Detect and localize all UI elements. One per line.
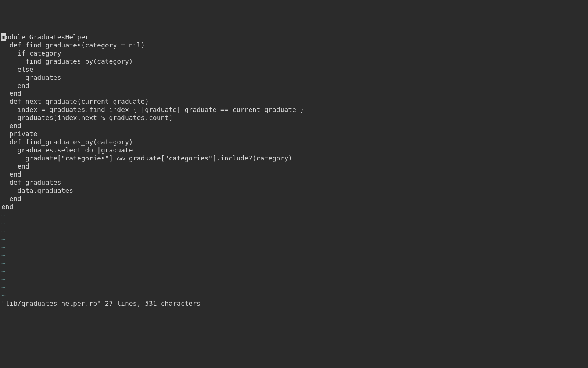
code-line: end bbox=[1, 122, 587, 130]
code-line: data.graduates bbox=[1, 187, 587, 195]
code-line: graduates.select do |graduate| bbox=[1, 146, 587, 154]
code-line: index = graduates.find_index { |graduate… bbox=[1, 106, 587, 114]
code-line: def find_graduates_by(category) bbox=[1, 138, 587, 146]
code-line: find_graduates_by(category) bbox=[1, 57, 587, 66]
code-line: private bbox=[1, 130, 587, 138]
code-line: end bbox=[1, 195, 587, 203]
tilde-line: ~ bbox=[1, 275, 587, 283]
tilde-line: ~ bbox=[1, 227, 587, 235]
code-line: end bbox=[1, 162, 587, 170]
code-line: graduate["categories"] && graduate["cate… bbox=[1, 154, 587, 162]
tilde-line: ~ bbox=[1, 251, 587, 259]
code-line: graduates bbox=[1, 74, 587, 82]
code-line: end bbox=[1, 170, 587, 178]
code-line: if category bbox=[1, 49, 587, 57]
tilde-line: ~ bbox=[1, 243, 587, 251]
tilde-line: ~ bbox=[1, 211, 587, 219]
code-line: module GraduatesHelper bbox=[1, 33, 587, 41]
tilde-line: ~ bbox=[1, 267, 587, 275]
tilde-line: ~ bbox=[1, 219, 587, 227]
code-line: def next_graduate(current_graduate) bbox=[1, 98, 587, 106]
cursor: m bbox=[1, 33, 6, 41]
tilde-line: ~ bbox=[1, 283, 587, 291]
code-line: end bbox=[1, 82, 587, 90]
code-line: def find_graduates(category = nil) bbox=[1, 41, 587, 49]
vim-status-line: "lib/graduates_helper.rb" 27 lines, 531 … bbox=[1, 300, 201, 307]
tilde-line: ~ bbox=[1, 259, 587, 268]
code-text: odule GraduatesHelper bbox=[6, 33, 89, 41]
code-line: def graduates bbox=[1, 178, 587, 187]
code-line: end bbox=[1, 89, 587, 98]
tilde-line: ~ bbox=[1, 291, 587, 300]
code-line: else bbox=[1, 66, 587, 74]
code-line: end bbox=[1, 203, 587, 211]
tilde-line: ~ bbox=[1, 235, 587, 243]
code-line: graduates[index.next % graduates.count] bbox=[1, 114, 587, 122]
vim-editor[interactable]: module GraduatesHelper def find_graduate… bbox=[1, 33, 587, 308]
tilde-container: ~~~~~~~~~~~ bbox=[1, 211, 587, 300]
